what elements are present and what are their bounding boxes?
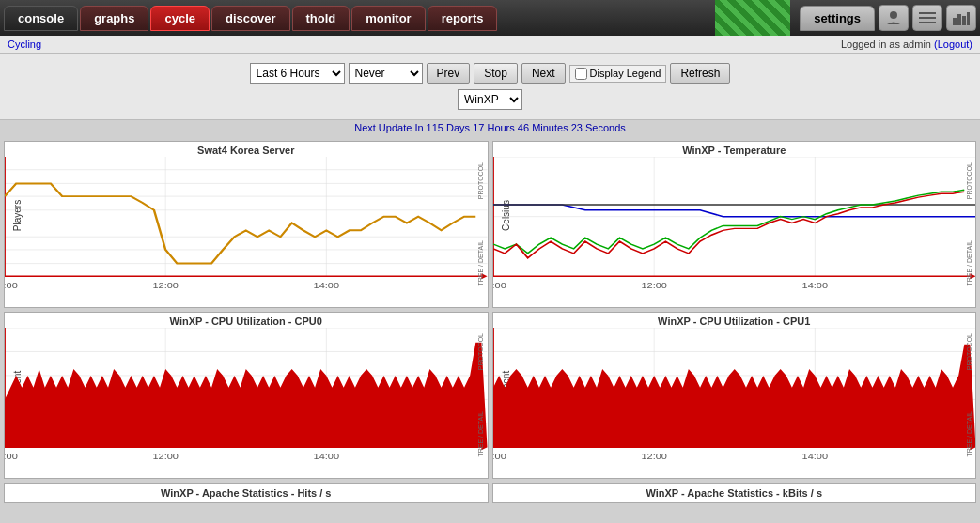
bottom-chart-titles: WinXP - Apache Statistics - Hits / s Win… xyxy=(0,483,980,505)
svg-text:10:00: 10:00 xyxy=(493,452,506,461)
svg-rect-4 xyxy=(953,18,957,25)
green-stripe xyxy=(715,0,790,36)
nav-tab-reports[interactable]: reports xyxy=(428,6,498,31)
svg-text:14:00: 14:00 xyxy=(801,452,828,461)
cycling-label: Cycling xyxy=(8,38,41,50)
login-info: Logged in as admin (Logout) xyxy=(841,38,972,50)
side-label-cpu1: PROTOCOL TREE / DETAIL xyxy=(962,313,975,478)
svg-rect-5 xyxy=(957,14,961,25)
chart-icon-btn[interactable] xyxy=(946,5,976,31)
display-legend-label: Display Legend xyxy=(569,65,667,83)
stop-button[interactable]: Stop xyxy=(474,63,518,84)
sub-header: Cycling Logged in as admin (Logout) xyxy=(0,36,980,54)
controls-row2: WinXP Server1 xyxy=(458,89,522,110)
nav-tab-cycle[interactable]: cycle xyxy=(150,6,210,31)
chart-title-cpu1: WinXP - CPU Utilization - CPU1 xyxy=(493,313,976,328)
svg-text:14:00: 14:00 xyxy=(801,281,828,290)
chart-svg-temp: 70 60 50 10:00 12:00 14:00 xyxy=(493,157,976,290)
display-legend-checkbox[interactable] xyxy=(575,68,587,80)
refresh-button[interactable]: Refresh xyxy=(670,63,730,84)
chart-title-swat4: Swat4 Korea Server xyxy=(5,142,488,157)
svg-text:14:00: 14:00 xyxy=(314,452,340,461)
chart-svg-cpu0: 80 60 40 20 0 10:00 12:00 14:00 xyxy=(5,328,488,461)
svg-point-0 xyxy=(890,11,897,19)
svg-rect-3 xyxy=(919,22,936,23)
chart-swat4-players: Swat4 Korea Server Players xyxy=(4,141,489,308)
svg-rect-6 xyxy=(962,16,966,25)
nav-tab-discover[interactable]: discover xyxy=(211,6,289,31)
chart-svg-swat4: 10 8 6 4 2 0 10:00 12:00 14:00 xyxy=(5,157,488,290)
svg-text:10:00: 10:00 xyxy=(493,281,506,290)
time-range-select[interactable]: Last 6 Hours Last 12 Hours Last 24 Hours xyxy=(250,63,345,84)
bottom-chart-title-hits: WinXP - Apache Statistics - Hits / s xyxy=(4,483,489,503)
next-button[interactable]: Next xyxy=(521,63,566,84)
never-select[interactable]: Never 1 Minute 5 Minutes xyxy=(349,63,423,84)
top-nav: console graphs cycle discover thold moni… xyxy=(0,0,980,36)
nav-tab-settings[interactable]: settings xyxy=(800,6,875,31)
svg-marker-84 xyxy=(493,345,976,448)
prev-button[interactable]: Prev xyxy=(427,63,471,84)
update-timer: Next Update In 115 Days 17 Hours 46 Minu… xyxy=(0,120,980,137)
svg-text:10:00: 10:00 xyxy=(5,452,18,461)
chart-cpu1: WinXP - CPU Utilization - CPU1 percent xyxy=(492,312,977,479)
chart-title-cpu0: WinXP - CPU Utilization - CPU0 xyxy=(5,313,488,328)
svg-rect-7 xyxy=(967,12,970,25)
svg-rect-1 xyxy=(919,12,936,14)
menu-icon xyxy=(919,11,936,24)
chart-cpu0: WinXP - CPU Utilization - CPU0 percent xyxy=(4,312,489,479)
user-icon-btn[interactable] xyxy=(879,5,909,31)
chart-icon xyxy=(953,10,970,25)
svg-text:14:00: 14:00 xyxy=(314,281,340,290)
svg-text:10:00: 10:00 xyxy=(5,281,18,290)
svg-text:12:00: 12:00 xyxy=(641,452,667,461)
chart-winxp-temp: WinXP - Temperature Celsius xyxy=(492,141,977,308)
svg-text:12:00: 12:00 xyxy=(152,281,179,290)
svg-marker-64 xyxy=(5,343,488,448)
nav-tab-monitor[interactable]: monitor xyxy=(351,6,425,31)
svg-text:12:00: 12:00 xyxy=(641,281,667,290)
nav-tab-thold[interactable]: thold xyxy=(292,6,350,31)
side-label-temp: PROTOCOL TREE / DETAIL xyxy=(962,142,975,307)
logout-link[interactable]: (Logout) xyxy=(934,38,972,50)
svg-rect-2 xyxy=(919,17,936,19)
side-label-swat4: PROTOCOL TREE / DETAIL xyxy=(474,142,488,307)
nav-tab-graphs[interactable]: graphs xyxy=(80,6,148,31)
chart-title-temp: WinXP - Temperature xyxy=(493,142,976,157)
menu-icon-btn[interactable] xyxy=(912,5,942,31)
user-icon xyxy=(885,9,902,26)
controls-area: Last 6 Hours Last 12 Hours Last 24 Hours… xyxy=(0,54,980,120)
chart-svg-cpu1: 80 60 40 20 0 10:00 12:00 14:00 xyxy=(493,328,976,461)
side-label-cpu0: PROTOCOL TREE / DETAIL xyxy=(474,313,488,478)
charts-area: Swat4 Korea Server Players xyxy=(0,137,980,483)
device-select[interactable]: WinXP Server1 xyxy=(458,89,522,110)
controls-row1: Last 6 Hours Last 12 Hours Last 24 Hours… xyxy=(250,63,731,84)
bottom-chart-title-kbits: WinXP - Apache Statistics - kBits / s xyxy=(492,483,977,503)
nav-tab-console[interactable]: console xyxy=(4,6,78,31)
svg-text:12:00: 12:00 xyxy=(152,452,179,461)
